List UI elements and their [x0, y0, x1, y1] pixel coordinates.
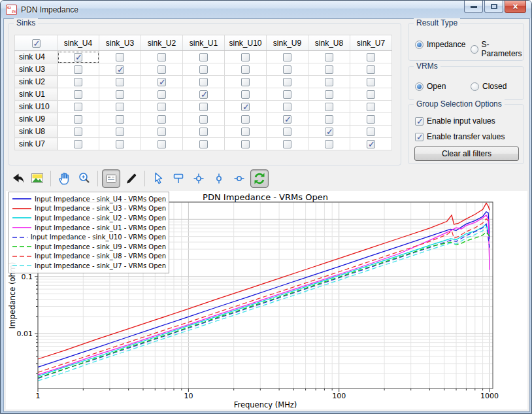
matrix-checkbox-icon[interactable] [367, 115, 375, 124]
probe-marker-button[interactable] [169, 169, 188, 188]
matrix-checkbox-icon[interactable] [199, 78, 208, 86]
column-header-sink_U9[interactable]: sink_U9 [267, 35, 308, 51]
matrix-cell[interactable] [308, 51, 350, 63]
matrix-checkbox-icon[interactable] [158, 103, 166, 111]
matrix-checkbox-icon[interactable] [116, 103, 124, 111]
matrix-checkbox-icon[interactable] [283, 115, 291, 124]
matrix-cell[interactable] [58, 63, 99, 76]
matrix-cell[interactable] [58, 138, 99, 150]
matrix-checkbox-icon[interactable] [158, 140, 166, 148]
matrix-cell[interactable] [183, 88, 225, 101]
matrix-cell[interactable] [99, 101, 141, 113]
matrix-cell[interactable] [58, 76, 99, 88]
matrix-cell[interactable] [183, 126, 225, 138]
back-arrow-button[interactable] [8, 169, 26, 188]
row-header-7[interactable]: sink U7 [15, 138, 58, 150]
matrix-cell[interactable] [350, 76, 392, 88]
matrix-cell[interactable] [350, 113, 392, 126]
matrix-checkbox-icon[interactable] [325, 65, 333, 74]
matrix-checkbox-icon[interactable] [325, 128, 333, 136]
select-all-header-cell[interactable] [15, 35, 58, 51]
save-image-button[interactable] [28, 169, 46, 188]
matrix-cell[interactable] [58, 88, 99, 101]
matrix-checkbox-icon[interactable] [325, 90, 333, 99]
matrix-checkbox-icon[interactable] [74, 65, 82, 74]
matrix-cell[interactable] [225, 88, 267, 101]
matrix-checkbox-icon[interactable] [241, 115, 250, 124]
pan-hand-button[interactable] [55, 169, 73, 188]
refresh-button[interactable] [250, 169, 269, 188]
matrix-checkbox-icon[interactable] [199, 115, 208, 124]
matrix-cell[interactable] [99, 113, 141, 126]
matrix-checkbox-icon[interactable] [116, 78, 124, 86]
matrix-cell[interactable] [141, 101, 183, 113]
matrix-cell[interactable] [141, 126, 183, 138]
matrix-checkbox-icon[interactable] [367, 128, 375, 136]
matrix-checkbox-icon[interactable] [283, 128, 291, 136]
matrix-cell[interactable] [225, 113, 267, 126]
matrix-checkbox-icon[interactable] [158, 78, 166, 86]
matrix-checkbox-icon[interactable] [116, 53, 124, 61]
matrix-cell[interactable] [99, 51, 141, 63]
matrix-checkbox-icon[interactable] [199, 65, 208, 74]
row-header-6[interactable]: sink U8 [15, 126, 58, 138]
enable-transfer-values-checkbox[interactable]: Enable transfer values [415, 132, 505, 141]
matrix-checkbox-icon[interactable] [158, 53, 166, 61]
matrix-checkbox-icon[interactable] [199, 53, 208, 61]
matrix-cell[interactable] [267, 138, 308, 150]
matrix-cell[interactable] [141, 51, 183, 63]
matrix-cell[interactable] [350, 126, 392, 138]
matrix-cell[interactable] [225, 63, 267, 76]
matrix-checkbox-icon[interactable] [116, 115, 124, 124]
matrix-checkbox-icon[interactable] [283, 103, 291, 111]
matrix-cell[interactable] [308, 63, 350, 76]
matrix-cell[interactable] [58, 126, 99, 138]
matrix-cell[interactable] [350, 138, 392, 150]
matrix-checkbox-icon[interactable] [116, 140, 124, 148]
matrix-checkbox-icon[interactable] [367, 103, 375, 111]
column-header-sink_U1[interactable]: sink_U1 [183, 35, 225, 51]
matrix-cell[interactable] [183, 101, 225, 113]
matrix-cell[interactable] [267, 88, 308, 101]
matrix-checkbox-icon[interactable] [158, 128, 166, 136]
matrix-cell[interactable] [183, 51, 225, 63]
open-radio-icon[interactable] [415, 82, 424, 91]
column-header-sink_U2[interactable]: sink_U2 [141, 35, 183, 51]
matrix-cell[interactable] [141, 63, 183, 76]
matrix-checkbox-icon[interactable] [325, 103, 333, 111]
matrix-checkbox-icon[interactable] [325, 140, 333, 148]
matrix-cell[interactable] [183, 76, 225, 88]
row-header-1[interactable]: sink U3 [15, 63, 58, 76]
vertical-marker-button[interactable] [210, 169, 228, 188]
enable-input-values-checkbox[interactable]: Enable input values [415, 116, 495, 126]
matrix-checkbox-icon[interactable] [74, 90, 82, 99]
matrix-checkbox-icon[interactable] [74, 128, 82, 136]
clear-all-filters-button[interactable]: Clear all filters [414, 147, 519, 161]
matrix-cell[interactable] [267, 63, 308, 76]
matrix-checkbox-icon[interactable] [283, 53, 291, 61]
matrix-checkbox-icon[interactable] [367, 90, 375, 99]
matrix-checkbox-icon[interactable] [283, 140, 291, 148]
s-parameters-radio-icon[interactable] [471, 45, 478, 54]
matrix-checkbox-icon[interactable] [158, 65, 166, 74]
matrix-checkbox-icon[interactable] [241, 103, 250, 111]
matrix-cell[interactable] [225, 101, 267, 113]
matrix-checkbox-icon[interactable] [325, 53, 333, 61]
matrix-checkbox-icon[interactable] [116, 65, 124, 74]
column-header-sink_U7[interactable]: sink_U7 [350, 35, 392, 51]
closed-radio-icon[interactable] [471, 82, 479, 91]
matrix-cell[interactable] [183, 138, 225, 150]
matrix-checkbox-icon[interactable] [283, 90, 291, 99]
column-header-sink_U8[interactable]: sink_U8 [308, 35, 350, 51]
matrix-cell[interactable] [225, 126, 267, 138]
column-header-sink_U3[interactable]: sink_U3 [99, 35, 141, 51]
radio-impedance[interactable]: Impedance [415, 40, 465, 49]
crosshair-marker-button[interactable] [190, 169, 208, 188]
matrix-cell[interactable] [308, 88, 350, 101]
matrix-checkbox-icon[interactable] [158, 90, 166, 99]
matrix-checkbox-icon[interactable] [74, 78, 82, 86]
matrix-checkbox-icon[interactable] [241, 65, 250, 74]
matrix-checkbox-icon[interactable] [199, 103, 208, 111]
matrix-cell[interactable] [267, 113, 308, 126]
matrix-cell[interactable] [308, 126, 350, 138]
